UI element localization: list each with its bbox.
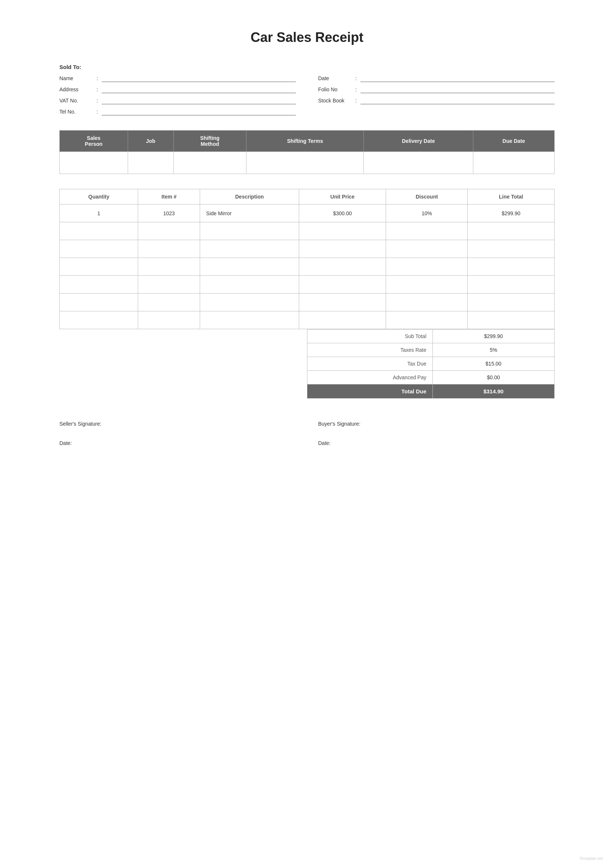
tel-field[interactable] (102, 108, 296, 115)
col-line-total: Line Total (468, 189, 555, 205)
date-field[interactable] (360, 74, 555, 82)
seller-signature-label: Seller's Signature: (59, 421, 296, 427)
col-discount: Discount (386, 189, 468, 205)
address-field[interactable] (102, 86, 296, 93)
tel-label: Tel No. (59, 109, 93, 115)
stockbook-row: Stock Book : (318, 97, 555, 104)
col-item-num: Item # (138, 189, 200, 205)
date-label: Date (318, 75, 352, 81)
watermark: Template.net (580, 856, 603, 860)
items-table: Quantity Item # Description Unit Price D… (59, 189, 555, 329)
table-row (60, 312, 555, 329)
table-row (60, 276, 555, 293)
signature-section: Seller's Signature: Buyer's Signature: D… (59, 421, 555, 452)
seller-date-label: Date: (59, 440, 296, 446)
totals-row: Total Due$314.90 (307, 384, 555, 398)
totals-row: Taxes Rate5% (307, 343, 555, 357)
totals-row: Tax Due$15.00 (307, 357, 555, 371)
tel-row: Tel No. : (59, 108, 296, 115)
table-row (60, 258, 555, 276)
customer-form: Name : Address : VAT No. : Tel No. : Dat… (59, 74, 555, 115)
vat-row: VAT No. : (59, 97, 296, 104)
col-delivery-date: Delivery Date (364, 131, 473, 152)
address-row: Address : (59, 86, 296, 93)
col-description: Description (200, 189, 299, 205)
folio-field[interactable] (360, 86, 555, 93)
totals-row: Sub Total$299.90 (307, 330, 555, 343)
name-row: Name : (59, 74, 296, 82)
vat-field[interactable] (102, 97, 296, 104)
col-job: Job (128, 131, 174, 152)
page-title: Car Sales Receipt (59, 30, 555, 45)
stockbook-field[interactable] (360, 97, 555, 104)
col-sales-person: SalesPerson (60, 131, 128, 152)
buyer-date-label: Date: (318, 440, 555, 446)
vat-label: VAT No. (59, 98, 93, 104)
table-row (60, 240, 555, 258)
col-due-date: Due Date (473, 131, 554, 152)
name-label: Name (59, 75, 93, 81)
col-unit-price: Unit Price (299, 189, 386, 205)
table-row (60, 293, 555, 312)
totals-table: Sub Total$299.90Taxes Rate5%Tax Due$15.0… (307, 329, 555, 398)
table-row: 11023Side Mirror$300.0010%$299.90 (60, 205, 555, 222)
folio-row: Folio No : (318, 86, 555, 93)
col-shifting-terms: Shifting Terms (246, 131, 364, 152)
buyer-signature-label: Buyer's Signature: (318, 421, 555, 427)
totals-section: Sub Total$299.90Taxes Rate5%Tax Due$15.0… (59, 329, 555, 398)
sold-to-label: Sold To: (59, 64, 555, 70)
col-quantity: Quantity (60, 189, 138, 205)
form-right: Date : Folio No : Stock Book : (318, 74, 555, 115)
name-field[interactable] (102, 74, 296, 82)
form-left: Name : Address : VAT No. : Tel No. : (59, 74, 296, 115)
folio-label: Folio No (318, 87, 352, 92)
shift-info-table: SalesPerson Job ShiftingMethod Shifting … (59, 130, 555, 174)
date-row: Date : (318, 74, 555, 82)
stockbook-label: Stock Book (318, 98, 352, 104)
col-shifting-method: ShiftingMethod (174, 131, 246, 152)
totals-row: Advanced Pay$0.00 (307, 371, 555, 384)
table-row (60, 152, 555, 174)
table-row (60, 222, 555, 240)
address-label: Address (59, 87, 93, 92)
